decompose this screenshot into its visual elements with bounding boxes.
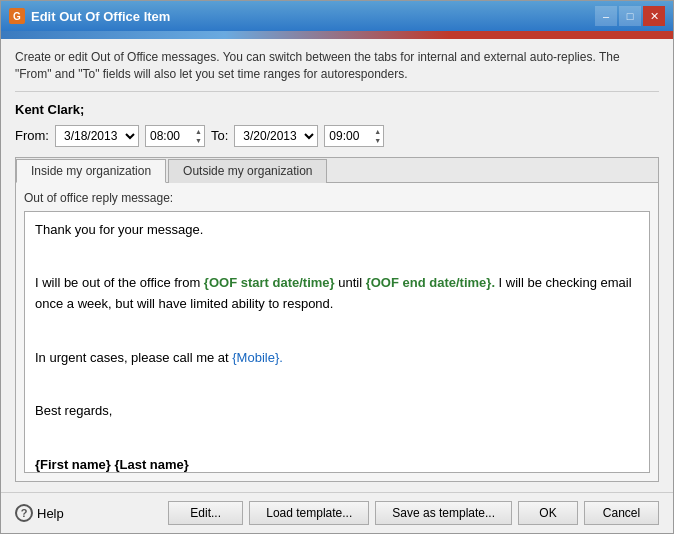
message-line-5: In urgent cases, please call me at {Mobi… — [35, 348, 639, 369]
tab-inside-organization[interactable]: Inside my organization — [16, 159, 166, 183]
from-time-arrows: ▲ ▼ — [195, 127, 202, 145]
header-decoration — [1, 31, 673, 39]
cancel-button[interactable]: Cancel — [584, 501, 659, 525]
to-label: To: — [211, 128, 228, 143]
maximize-button[interactable]: □ — [619, 6, 641, 26]
tabs-container: Inside my organization Outside my organi… — [15, 157, 659, 482]
message-line-1: Thank you for your message. — [35, 220, 639, 241]
window-title: Edit Out Of Office Item — [31, 9, 170, 24]
message-line-9: {First name} {Last name} — [35, 455, 639, 473]
save-as-template-button[interactable]: Save as template... — [375, 501, 512, 525]
message-line-3: I will be out of the office from {OOF st… — [35, 273, 639, 315]
from-time-up-arrow[interactable]: ▲ — [195, 127, 202, 136]
message-line-8 — [35, 428, 639, 449]
message-line-6 — [35, 374, 639, 395]
from-time-down-arrow[interactable]: ▼ — [195, 136, 202, 145]
message-line-7: Best regards, — [35, 401, 639, 422]
ok-button[interactable]: OK — [518, 501, 578, 525]
load-template-button[interactable]: Load template... — [249, 501, 369, 525]
footer-buttons: Edit... Load template... Save as templat… — [168, 501, 659, 525]
user-label: Kent Clark; — [15, 102, 659, 117]
to-time-arrows: ▲ ▼ — [374, 127, 381, 145]
from-time-spinner[interactable]: ▲ ▼ — [145, 125, 205, 147]
to-time-input[interactable] — [329, 129, 371, 143]
message-line-4 — [35, 321, 639, 342]
to-date-select[interactable]: 3/20/2013 — [234, 125, 318, 147]
footer-left: ? Help — [15, 504, 64, 522]
from-date-select[interactable]: 3/18/2013 — [55, 125, 139, 147]
main-window: G Edit Out Of Office Item – □ ✕ Create o… — [0, 0, 674, 534]
date-time-row: From: 3/18/2013 ▲ ▼ To: 3/20/2013 ▲ ▼ — [15, 125, 659, 147]
edit-button[interactable]: Edit... — [168, 501, 243, 525]
window-controls: – □ ✕ — [595, 6, 665, 26]
description-text: Create or edit Out of Office messages. Y… — [15, 49, 659, 92]
oof-end-token: {OOF end date/time}. — [366, 275, 495, 290]
help-icon[interactable]: ? — [15, 504, 33, 522]
oof-start-token: {OOF start date/time} — [204, 275, 335, 290]
minimize-button[interactable]: – — [595, 6, 617, 26]
to-time-spinner[interactable]: ▲ ▼ — [324, 125, 384, 147]
from-label: From: — [15, 128, 49, 143]
tab-content-inside: Out of office reply message: Thank you f… — [16, 182, 658, 481]
tab-bar: Inside my organization Outside my organi… — [16, 158, 658, 182]
tab-outside-organization[interactable]: Outside my organization — [168, 159, 327, 183]
reply-label: Out of office reply message: — [24, 191, 650, 205]
message-area[interactable]: Thank you for your message. I will be ou… — [24, 211, 650, 473]
to-time-down-arrow[interactable]: ▼ — [374, 136, 381, 145]
app-icon: G — [9, 8, 25, 24]
help-label: Help — [37, 506, 64, 521]
footer: ? Help Edit... Load template... Save as … — [1, 492, 673, 533]
mobile-token: {Mobile}. — [232, 350, 283, 365]
close-button[interactable]: ✕ — [643, 6, 665, 26]
from-time-input[interactable] — [150, 129, 192, 143]
message-line-2 — [35, 246, 639, 267]
to-time-up-arrow[interactable]: ▲ — [374, 127, 381, 136]
title-bar-left: G Edit Out Of Office Item — [9, 8, 170, 24]
title-bar: G Edit Out Of Office Item – □ ✕ — [1, 1, 673, 31]
main-content: Create or edit Out of Office messages. Y… — [1, 39, 673, 492]
